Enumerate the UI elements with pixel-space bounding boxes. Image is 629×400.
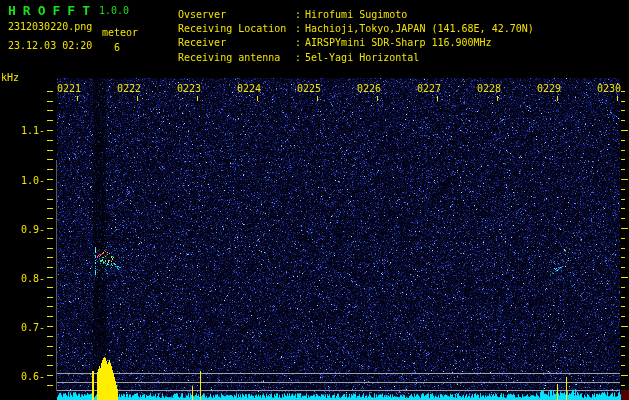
- info-label: Receiving Location: [178, 23, 295, 34]
- time-tick-label: 0221: [57, 83, 81, 94]
- info-value: AIRSPYmini SDR-Sharp 116.900MHz: [305, 37, 492, 48]
- info-colon: :: [295, 37, 305, 48]
- info-label: Receiver: [178, 37, 295, 48]
- observation-datetime: 23.12.03 02:20: [8, 41, 92, 51]
- app-title: HROFFT: [8, 4, 97, 17]
- info-label: Receiving antenna: [178, 52, 295, 63]
- observation-mode: meteor: [102, 28, 138, 38]
- time-tick-label: 0228: [477, 83, 501, 94]
- info-row: Receiving antenna:5el-Yagi Horizontal: [178, 50, 534, 64]
- app-version: 1.0.0: [99, 6, 129, 16]
- meteor-count: 6: [114, 43, 120, 53]
- info-row: Receiving Location:Hachioji,Tokyo,JAPAN …: [178, 21, 534, 35]
- freq-tick-label: 1.1-: [5, 125, 45, 136]
- freq-tick-label: 0.9-: [5, 224, 45, 235]
- info-value: 5el-Yagi Horizontal: [305, 52, 419, 63]
- freq-tick-label: 0.6-: [5, 371, 45, 382]
- info-value: Hirofumi Sugimoto: [305, 9, 407, 20]
- freq-tick-label: 1.0-: [5, 175, 45, 186]
- info-colon: :: [295, 52, 305, 63]
- time-tick-label: 0230: [597, 83, 621, 94]
- info-colon: :: [295, 23, 305, 34]
- info-row: Receiver:AIRSPYmini SDR-Sharp 116.900MHz: [178, 36, 534, 50]
- time-tick-label: 0222: [117, 83, 141, 94]
- output-filename: 2312030220.png: [8, 22, 92, 32]
- freq-unit-label: kHz: [1, 73, 19, 83]
- time-tick-label: 0227: [417, 83, 441, 94]
- time-tick-label: 0224: [237, 83, 261, 94]
- time-tick-label: 0225: [297, 83, 321, 94]
- time-tick-label: 0223: [177, 83, 201, 94]
- info-label: Ovserver: [178, 9, 295, 20]
- hrofft-screenshot: HROFFT 1.0.0 2312030220.png meteor 23.12…: [0, 0, 629, 400]
- station-info-table: Ovserver:Hirofumi SugimotoReceiving Loca…: [178, 7, 534, 65]
- time-tick-label: 0229: [537, 83, 561, 94]
- freq-tick-label: 0.7-: [5, 322, 45, 333]
- info-value: Hachioji,Tokyo,JAPAN (141.68E, 42.70N): [305, 23, 534, 34]
- info-colon: :: [295, 9, 305, 20]
- info-row: Ovserver:Hirofumi Sugimoto: [178, 7, 534, 21]
- freq-tick-label: 0.8-: [5, 273, 45, 284]
- time-tick-label: 0226: [357, 83, 381, 94]
